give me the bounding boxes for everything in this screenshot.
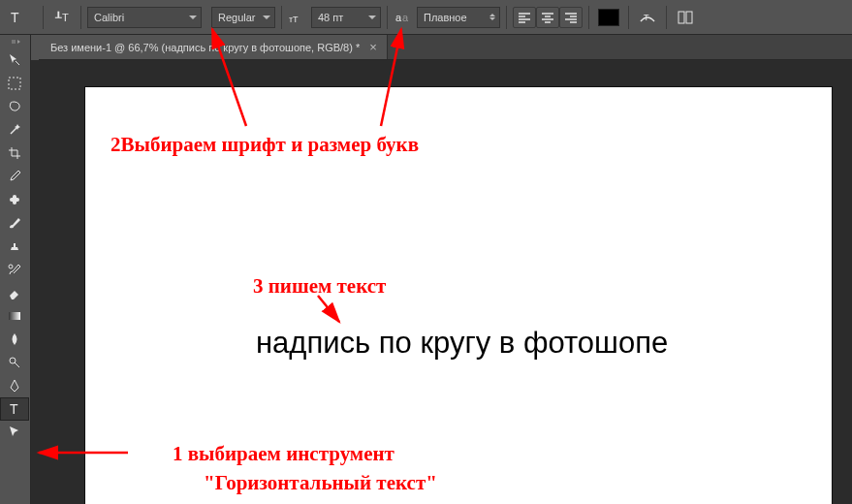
- character-panel-button[interactable]: [673, 5, 698, 30]
- brush-tool[interactable]: [0, 211, 29, 235]
- document-tab-title: Без имени-1 @ 66,7% (надпись по кругу в …: [50, 42, 360, 53]
- chevron-down-icon: [189, 16, 197, 19]
- chevron-down-icon: [263, 16, 270, 19]
- document-tab-bar: Без имени-1 @ 66,7% (надпись по кругу в …: [39, 35, 852, 60]
- divider: [80, 6, 81, 29]
- font-family-value: Calibri: [94, 12, 124, 23]
- align-right-button[interactable]: [559, 7, 583, 28]
- divider: [387, 6, 388, 29]
- font-style-select[interactable]: Regular: [211, 7, 275, 28]
- align-left-button[interactable]: [513, 7, 536, 28]
- healing-brush-tool[interactable]: [0, 188, 29, 211]
- font-size-value: 48 пт: [318, 12, 343, 23]
- svg-rect-10: [13, 195, 16, 205]
- svg-text:T: T: [10, 401, 18, 417]
- svg-text:тТ: тТ: [289, 15, 299, 24]
- svg-rect-7: [686, 12, 692, 23]
- gradient-tool[interactable]: [0, 304, 29, 328]
- annotation-step1a: 1 выбираем инструмент: [173, 441, 394, 467]
- svg-text:T: T: [11, 10, 19, 25]
- canvas-text[interactable]: надпись по кругу в фотошопе: [256, 326, 668, 361]
- font-size-select[interactable]: 48 пт: [311, 7, 381, 28]
- svg-text:┸T: ┸T: [54, 11, 69, 23]
- svg-rect-12: [9, 312, 20, 320]
- lasso-tool[interactable]: [0, 95, 29, 118]
- canvas-area: 2Выбираем шрифт и размер букв 3 пишем те…: [31, 60, 852, 504]
- history-brush-tool[interactable]: [0, 258, 29, 281]
- svg-text:a: a: [395, 12, 402, 23]
- divider: [281, 6, 282, 29]
- document-tab[interactable]: Без имени-1 @ 66,7% (надпись по кругу в …: [39, 35, 388, 59]
- align-center-button[interactable]: [536, 7, 559, 28]
- tools-panel: T: [0, 35, 31, 504]
- collapse-grip-icon[interactable]: [0, 35, 30, 48]
- annotation-step1b: "Горизонтальный текст": [204, 470, 437, 496]
- blur-tool[interactable]: [0, 328, 29, 351]
- marquee-tool[interactable]: [0, 72, 29, 95]
- text-align-group: [513, 7, 583, 28]
- magic-wand-tool[interactable]: [0, 118, 29, 142]
- anti-alias-value: Плавное: [424, 12, 467, 23]
- text-color-swatch[interactable]: [595, 5, 622, 30]
- svg-rect-6: [678, 12, 684, 23]
- pen-tool[interactable]: [0, 374, 29, 397]
- divider: [506, 6, 507, 29]
- type-tool[interactable]: T: [0, 397, 29, 421]
- text-orientation-icon[interactable]: ┸T: [49, 5, 75, 30]
- path-selection-tool[interactable]: [0, 421, 29, 444]
- eraser-tool[interactable]: [0, 281, 29, 304]
- eyedropper-tool[interactable]: [0, 165, 29, 188]
- tool-preset-type-icon[interactable]: T: [4, 5, 29, 30]
- font-style-value: Regular: [218, 12, 256, 23]
- annotation-step3: 3 пишем текст: [253, 273, 386, 299]
- clone-stamp-tool[interactable]: [0, 235, 29, 258]
- svg-text:a: a: [402, 12, 409, 23]
- warp-text-button[interactable]: T: [635, 5, 660, 30]
- font-family-select[interactable]: Calibri: [87, 7, 202, 28]
- dodge-tool[interactable]: [0, 351, 29, 374]
- anti-alias-select[interactable]: Плавное: [417, 7, 500, 28]
- chevron-down-icon: [368, 16, 376, 19]
- options-bar: T ┸T Calibri Regular тТ 48 пт aa Плавное: [0, 0, 852, 35]
- svg-text:T: T: [644, 13, 649, 22]
- stepper-icon: [489, 14, 495, 20]
- move-tool[interactable]: [0, 48, 29, 72]
- font-size-icon: тТ: [288, 5, 309, 30]
- annotation-step2: 2Выбираем шрифт и размер букв: [110, 132, 419, 158]
- crop-tool[interactable]: [0, 142, 29, 165]
- svg-point-11: [9, 265, 13, 268]
- divider: [43, 6, 44, 29]
- divider: [666, 6, 667, 29]
- canvas-page[interactable]: 2Выбираем шрифт и размер букв 3 пишем те…: [85, 87, 832, 504]
- svg-rect-8: [9, 78, 20, 89]
- divider: [628, 6, 629, 29]
- anti-alias-icon: aa: [394, 5, 415, 30]
- divider: [588, 6, 589, 29]
- close-tab-icon[interactable]: ×: [369, 40, 377, 54]
